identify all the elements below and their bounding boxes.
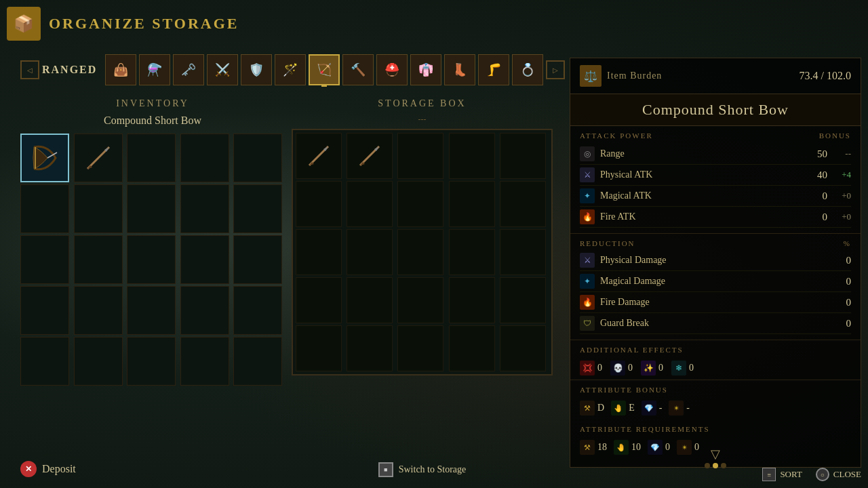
reduction-label: REDUCTION xyxy=(580,239,635,247)
inventory-cell-17[interactable] xyxy=(127,286,176,335)
page-dot-1[interactable] xyxy=(705,463,710,468)
storage-cell-21[interactable] xyxy=(347,325,393,371)
effect-icon-3: ❄ xyxy=(671,361,686,375)
storage-cell-2[interactable] xyxy=(397,133,443,179)
inventory-cell-24[interactable] xyxy=(233,337,282,386)
sort-icon: ≡ xyxy=(762,468,776,481)
storage-cell-20[interactable] xyxy=(296,325,342,371)
inventory-cell-9[interactable] xyxy=(233,184,282,233)
storage-cell-1[interactable] xyxy=(347,133,393,179)
storage-cell-7[interactable] xyxy=(397,181,443,227)
storage-cell-22[interactable] xyxy=(397,325,443,371)
storage-subtitle: --- xyxy=(292,115,553,125)
storage-cell-24[interactable] xyxy=(500,325,546,371)
storage-cell-14[interactable] xyxy=(500,229,546,275)
cat-tab-potion[interactable]: ⚗️ xyxy=(139,54,170,85)
storage-cell-23[interactable] xyxy=(449,325,495,371)
storage-cell-11[interactable] xyxy=(347,229,393,275)
cat-tab-bag[interactable]: 👜 xyxy=(105,54,136,85)
deposit-button[interactable]: ✕ Deposit xyxy=(20,461,76,477)
cat-tab-sword[interactable]: ⚔️ xyxy=(207,54,238,85)
storage-panel: STORAGE BOX --- xyxy=(292,98,553,454)
inventory-cell-14[interactable] xyxy=(233,235,282,284)
storage-cell-12[interactable] xyxy=(397,229,443,275)
storage-cell-15[interactable] xyxy=(296,277,342,323)
cat-tab-key[interactable]: 🗝️ xyxy=(173,54,204,85)
stat-bonus-1: +4 xyxy=(827,169,851,180)
inventory-cell-21[interactable] xyxy=(74,337,123,386)
inventory-cell-0[interactable] xyxy=(20,134,69,182)
attr-req-item-1: 🤚 10 xyxy=(614,440,641,455)
inventory-cell-22[interactable] xyxy=(127,337,176,386)
storage-cell-17[interactable] xyxy=(397,277,443,323)
cat-tab-shield[interactable]: 🛡️ xyxy=(241,54,272,85)
inventory-cell-15[interactable] xyxy=(20,286,69,335)
cat-tab-helm[interactable]: ⛑️ xyxy=(376,54,408,85)
inventory-cell-4[interactable] xyxy=(233,134,282,182)
attr-req-item-0: ⚒ 18 xyxy=(580,440,607,455)
stat-icon-fire: 🔥 xyxy=(580,209,595,224)
cat-tab-chest[interactable]: 👘 xyxy=(410,54,441,85)
storage-cell-8[interactable] xyxy=(449,181,495,227)
cat-tab-legs[interactable]: 🦵 xyxy=(478,54,509,85)
switch-button[interactable]: ■ Switch to Storage xyxy=(292,462,553,477)
storage-item-icon xyxy=(304,141,334,171)
inventory-cell-10[interactable] xyxy=(20,235,69,284)
inventory-cell-2[interactable] xyxy=(127,134,176,182)
inventory-cell-11[interactable] xyxy=(74,235,123,284)
storage-cell-4[interactable] xyxy=(500,133,546,179)
storage-cell-19[interactable] xyxy=(500,277,546,323)
storage-cell-5[interactable] xyxy=(296,181,342,227)
left-indicator[interactable]: ◁ xyxy=(20,60,39,79)
attr-req-label: ATTRIBUTE REQUIREMENTS xyxy=(580,425,710,433)
close-button[interactable]: ○ CLOSE xyxy=(816,468,861,481)
page-dot-2[interactable] xyxy=(713,463,718,468)
inventory-cell-5[interactable] xyxy=(20,184,69,233)
page-dot-3[interactable] xyxy=(721,463,726,468)
inventory-cell-8[interactable] xyxy=(180,184,229,233)
inventory-cell-1[interactable] xyxy=(74,134,123,182)
inventory-cell-7[interactable] xyxy=(127,184,176,233)
cat-tab-ring[interactable]: 💍 xyxy=(512,54,543,85)
stat-value-1: 40 xyxy=(804,169,827,181)
inventory-cell-23[interactable] xyxy=(180,337,229,386)
inventory-cell-3[interactable] xyxy=(180,134,229,182)
right-indicator[interactable]: ▷ xyxy=(546,60,565,79)
attr-req-icon-1: 🤚 xyxy=(614,440,629,455)
cat-tab-boots[interactable]: 👢 xyxy=(444,54,475,85)
cat-tab-staff[interactable]: 🪄 xyxy=(275,54,306,85)
stat-icon-phys: ⚔ xyxy=(580,167,595,182)
bottom-controls: ≡ SORT ○ CLOSE xyxy=(762,468,861,481)
inventory-cell-20[interactable] xyxy=(20,337,69,386)
attr-bonus-icon-0: ⚒ xyxy=(580,401,595,415)
inventory-cell-18[interactable] xyxy=(180,286,229,335)
storage-cell-6[interactable] xyxy=(347,181,393,227)
storage-item-icon xyxy=(355,141,384,171)
inventory-cell-16[interactable] xyxy=(74,286,123,335)
red-icon-phys: ⚔ xyxy=(580,253,595,268)
cat-tab-bow[interactable]: 🏹 xyxy=(309,54,340,85)
stat-bonus-0: -- xyxy=(827,148,851,159)
storage-cell-3[interactable] xyxy=(449,133,495,179)
red-name-1: Magical Damage xyxy=(600,276,827,287)
effect-val-1: 0 xyxy=(628,363,633,373)
storage-title: STORAGE BOX xyxy=(292,98,553,109)
storage-cell-18[interactable] xyxy=(449,277,495,323)
storage-cell-10[interactable] xyxy=(296,229,342,275)
inventory-cell-12[interactable] xyxy=(127,235,176,284)
attack-stat-1: ⚔ Physical ATK 40 +4 xyxy=(580,165,851,186)
burden-current: 73.4 xyxy=(800,70,818,81)
inventory-cell-13[interactable] xyxy=(180,235,229,284)
sort-button[interactable]: ≡ SORT xyxy=(762,468,802,481)
inventory-cell-6[interactable] xyxy=(74,184,123,233)
switch-square-icon: ■ xyxy=(378,462,393,477)
effects-row: 💢 0 💀 0 ✨ 0 ❄ 0 xyxy=(570,357,861,380)
storage-cell-13[interactable] xyxy=(449,229,495,275)
storage-cell-9[interactable] xyxy=(500,181,546,227)
storage-cell-16[interactable] xyxy=(347,277,393,323)
cat-tab-hammer[interactable]: 🔨 xyxy=(342,54,374,85)
arrow-item-icon xyxy=(82,142,115,174)
storage-cell-0[interactable] xyxy=(296,133,342,179)
inventory-cell-19[interactable] xyxy=(233,286,282,335)
close-label: CLOSE xyxy=(833,469,861,480)
